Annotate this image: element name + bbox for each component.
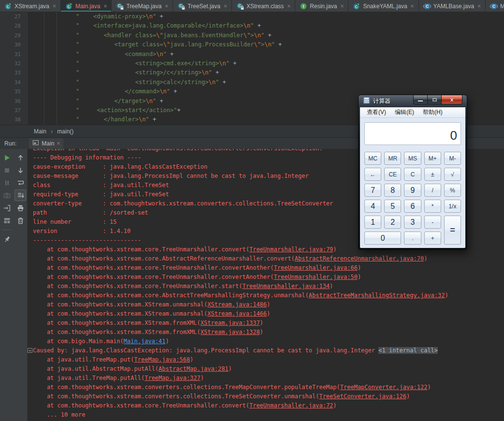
- calc-button-backspace[interactable]: ←: [364, 168, 381, 181]
- stack-trace-link[interactable]: AbstractReferenceUnmarshaller.java:70: [295, 255, 424, 262]
- breadcrumb-class[interactable]: Main: [34, 128, 46, 135]
- calc-button-memory-add[interactable]: M+: [424, 152, 441, 165]
- minimize-button[interactable]: [413, 95, 428, 104]
- stack-trace-link[interactable]: TreeUnmarshaller.java:50: [274, 274, 358, 280]
- console-line: at com.thoughtworks.xstream.converters.c…: [33, 392, 504, 401]
- editor-tab-treeset-java[interactable]: CTreeSet.java×: [173, 0, 232, 12]
- down-icon[interactable]: [14, 164, 26, 176]
- close-tab-icon[interactable]: ×: [224, 3, 227, 10]
- calc-button-negate[interactable]: ±: [424, 168, 441, 181]
- calculator-window[interactable]: 计算器 x 查看(V)编辑(E)帮助(H) 0 MCMRMSM+M-←CEC±√…: [358, 95, 467, 250]
- soft-wrap-icon[interactable]: [14, 177, 26, 189]
- console-line: at com.bigo.Main.main(Main.java:41): [33, 337, 504, 346]
- run-icon[interactable]: [1, 152, 13, 163]
- editor-tab-xstream-java[interactable]: CXStream.java×: [0, 0, 61, 12]
- calc-button-digit-9[interactable]: 9: [404, 184, 421, 197]
- stack-trace-link[interactable]: TreeUnmarshaller.java:134: [242, 283, 330, 290]
- exit-icon[interactable]: [1, 202, 13, 214]
- pause-icon[interactable]: [1, 177, 13, 189]
- pin-icon[interactable]: [1, 233, 13, 245]
- calc-button-percent[interactable]: %: [444, 184, 461, 197]
- stack-trace-link[interactable]: TreeUnmarshaller.java:66: [274, 264, 358, 271]
- calc-button-subtract[interactable]: -: [424, 216, 441, 229]
- close-tab-icon[interactable]: ×: [103, 3, 107, 10]
- close-icon[interactable]: ×: [57, 140, 60, 147]
- calc-button-memory-recall[interactable]: MR: [384, 152, 401, 165]
- stack-trace-link[interactable]: TreeMap.java:327: [144, 375, 201, 381]
- editor-tab-resin-java[interactable]: IResin.java×: [295, 0, 348, 12]
- calc-button-digit-4[interactable]: 4: [364, 200, 381, 213]
- up-icon[interactable]: [14, 152, 26, 163]
- calc-button-digit-3[interactable]: 3: [404, 216, 421, 229]
- calc-button-clear-entry[interactable]: CE: [384, 168, 401, 181]
- stack-trace-link[interactable]: Main.java:41: [124, 338, 166, 345]
- editor-tab-treemap-java[interactable]: CTreeMap.java×: [112, 0, 173, 12]
- layout-icon[interactable]: [1, 215, 13, 226]
- code-line[interactable]: " <string>/c</string>\n" +: [76, 68, 504, 77]
- calc-button-digit-1[interactable]: 1: [364, 216, 381, 229]
- maximize-button[interactable]: [428, 95, 441, 104]
- calc-button-digit-5[interactable]: 5: [384, 200, 401, 213]
- calc-button-digit-0[interactable]: 0: [364, 232, 401, 245]
- calc-button-digit-2[interactable]: 2: [384, 216, 401, 229]
- locked-class-icon: C: [116, 2, 124, 10]
- stack-trace-link[interactable]: XStream.java:1466: [207, 310, 267, 317]
- close-tab-icon[interactable]: ×: [165, 3, 168, 10]
- fold-expand-icon[interactable]: +: [28, 348, 32, 353]
- menu-help[interactable]: 帮助(H): [418, 107, 447, 117]
- menu-edit[interactable]: 编辑(E): [390, 107, 418, 117]
- folded-frames-badge[interactable]: <1 internal call>: [378, 347, 438, 354]
- print-icon[interactable]: [14, 202, 26, 214]
- calc-button-divide[interactable]: /: [424, 184, 441, 197]
- close-tab-icon[interactable]: ×: [287, 3, 290, 10]
- code-line[interactable]: " <string>calc</string>\n" +: [76, 78, 504, 87]
- stack-trace-link[interactable]: XStream.java:1486: [207, 301, 267, 308]
- calc-button-digit-7[interactable]: 7: [364, 184, 381, 197]
- calc-button-square-root[interactable]: √: [444, 168, 461, 181]
- calc-button-clear[interactable]: C: [404, 168, 421, 181]
- close-window-button[interactable]: x: [441, 95, 462, 104]
- editor-tab-xstream-class[interactable]: CXStream.class×: [232, 0, 295, 12]
- code-line[interactable]: " <command>\n" +: [76, 50, 504, 59]
- code-line[interactable]: " <target class=\"java.lang.ProcessBuild…: [76, 40, 504, 49]
- stack-trace-link[interactable]: TreeUnmarshaller.java:79: [249, 246, 333, 253]
- editor-tab-ma[interactable]: CMa×: [486, 0, 504, 12]
- stack-trace-link[interactable]: AbstractTreeMarshallingStrategy.java:32: [309, 292, 445, 299]
- calc-button-add[interactable]: +: [424, 232, 441, 245]
- calc-button-digit-8[interactable]: 8: [384, 184, 401, 197]
- code-line[interactable]: " <string>cmd.exe</string>\n" +: [76, 59, 504, 68]
- stack-trace-link[interactable]: TreeMapConverter.java:122: [340, 384, 428, 391]
- close-tab-icon[interactable]: ×: [340, 3, 344, 10]
- stack-trace-link[interactable]: XStream.java:1337: [201, 319, 260, 326]
- code-line[interactable]: " <dynamic-proxy>\n" +: [76, 12, 504, 21]
- close-tab-icon[interactable]: ×: [411, 3, 414, 10]
- calc-button-memory-clear[interactable]: MC: [364, 152, 381, 165]
- stop-icon[interactable]: [1, 164, 13, 176]
- calc-button-decimal[interactable]: .: [404, 232, 421, 245]
- editor-tab-yamlbase-java[interactable]: CYAMLBase.java×: [419, 0, 486, 12]
- stack-trace-link[interactable]: TreeSetConverter.java:126: [319, 393, 406, 400]
- run-tab-main[interactable]: Main ×: [29, 138, 63, 149]
- editor-tab-snakeyaml-java[interactable]: CSnakeYAML.java×: [348, 0, 418, 12]
- calc-button-digit-6[interactable]: 6: [404, 200, 421, 213]
- stack-trace-link[interactable]: XStream.java:1328: [201, 329, 260, 335]
- stack-trace-link[interactable]: AbstractMap.java:281: [158, 365, 229, 372]
- stack-trace-link[interactable]: TreeUnmarshaller.java:72: [249, 402, 333, 409]
- calc-button-memory-subtract[interactable]: M-: [444, 152, 461, 165]
- stack-trace-link[interactable]: TreeMap.java:568: [134, 356, 190, 363]
- calc-button-memory-store[interactable]: MS: [404, 152, 421, 165]
- scroll-to-end-icon[interactable]: [14, 189, 26, 201]
- code-line[interactable]: " <interface>java.lang.Comparable</inter…: [76, 21, 504, 30]
- close-tab-icon[interactable]: ×: [477, 3, 481, 10]
- breadcrumb-method[interactable]: main(): [57, 128, 73, 135]
- editor-tab-main-java[interactable]: CMain.java×: [61, 0, 112, 12]
- calc-button-multiply[interactable]: *: [424, 200, 441, 213]
- close-tab-icon[interactable]: ×: [53, 3, 56, 10]
- code-line[interactable]: " <handler class=\"java.beans.EventHandl…: [76, 31, 504, 40]
- screenshot-icon[interactable]: [1, 189, 13, 201]
- clear-icon[interactable]: [14, 215, 26, 226]
- console-line: at com.thoughtworks.xstream.core.Abstrac…: [33, 254, 504, 263]
- calc-button-equals[interactable]: =: [444, 216, 461, 245]
- calc-button-reciprocal[interactable]: 1/x: [444, 200, 461, 213]
- menu-view[interactable]: 查看(V): [362, 107, 390, 117]
